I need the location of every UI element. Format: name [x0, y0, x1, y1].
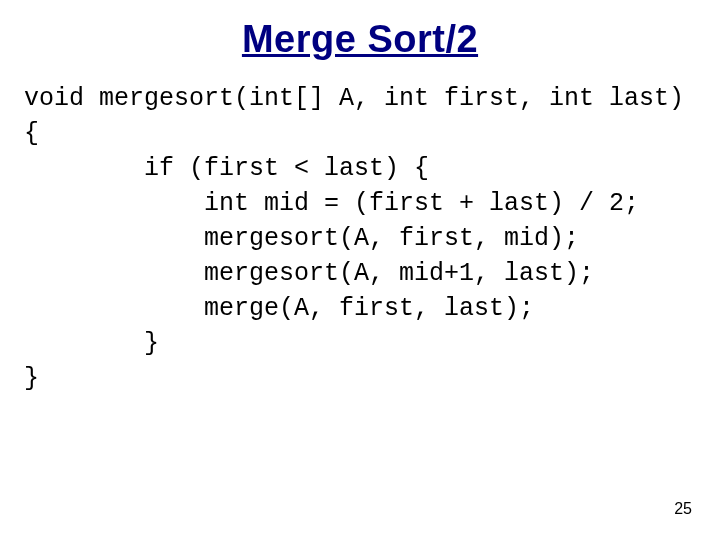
page-number: 25 [674, 500, 692, 518]
code-line: } [24, 364, 39, 393]
code-line: mergesort(A, mid+1, last); [24, 259, 594, 288]
code-line: } [24, 329, 159, 358]
code-line: if (first < last) { [24, 154, 429, 183]
code-line: int mid = (first + last) / 2; [24, 189, 639, 218]
code-line: mergesort(A, first, mid); [24, 224, 579, 253]
slide: Merge Sort/2 void mergesort(int[] A, int… [0, 0, 720, 540]
code-line: void mergesort(int[] A, int first, int l… [24, 84, 684, 113]
code-block: void mergesort(int[] A, int first, int l… [0, 71, 720, 396]
slide-title: Merge Sort/2 [0, 0, 720, 71]
code-line: { [24, 119, 39, 148]
code-line: merge(A, first, last); [24, 294, 534, 323]
